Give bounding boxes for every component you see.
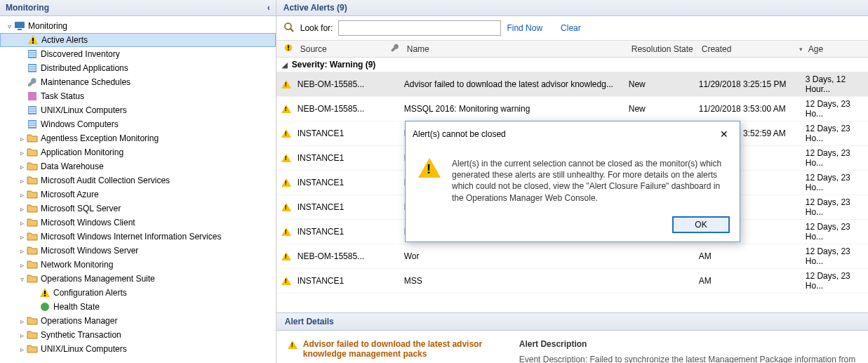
tree-node[interactable]: Windows Computers [0,117,276,131]
twisty-icon[interactable]: ▹ [17,135,27,143]
warning-icon [281,275,292,286]
twisty-icon[interactable]: ▹ [17,317,27,325]
tree-node[interactable]: ▹Microsoft Windows Server [0,244,276,258]
twisty-icon[interactable]: ▹ [17,233,27,241]
warning-icon [281,177,292,188]
tree-node[interactable]: ▹Microsoft Azure [0,187,276,202]
item-icon [27,62,38,74]
tree-node[interactable]: ▹Microsoft Windows Client [0,216,276,230]
header-name[interactable]: Name [404,44,629,54]
folder-icon [27,315,38,326]
header-source[interactable]: Source [298,44,387,54]
tree-node[interactable]: ▹Network Monitoring [0,258,276,272]
svg-rect-11 [29,67,36,69]
tree-label: Microsoft Azure [41,190,99,199]
svg-rect-21 [29,126,36,127]
cell-name: MSSQL 2016: Monitoring warning [404,104,629,114]
twisty-icon[interactable]: ▹ [17,191,27,199]
twisty-icon[interactable]: ▹ [17,331,27,339]
cell-source: INSTANCE1 [298,227,387,237]
cell-age: 12 Days, 23 Ho... [806,99,864,119]
tree-label: Microsoft Windows Server [41,246,138,256]
twisty-icon[interactable]: ▹ [17,163,27,171]
folder-icon [27,259,38,270]
close-icon[interactable]: ✕ [716,126,733,143]
twisty-icon[interactable]: ▹ [17,261,27,269]
tree-label: Microsoft Windows Client [41,218,135,227]
tree-node[interactable]: ▹Application Monitoring [0,145,276,159]
group-twisty-icon[interactable]: ◢ [282,61,292,69]
tree-node[interactable]: Active Alerts [0,33,276,47]
folder-icon [27,217,38,228]
alert-row[interactable]: NEB-OM-15585...MSSQL 2016: Monitoring wa… [276,97,868,121]
twisty-icon[interactable]: ▹ [17,149,27,157]
tree-node[interactable]: ▹UNIX/Linux Computers [0,342,276,356]
twisty-icon[interactable]: ▿ [17,275,27,283]
ok-button[interactable]: OK [672,216,730,233]
folder-icon [27,203,38,214]
tree-node[interactable]: Task Status [0,89,276,103]
header-maint-icon[interactable] [387,43,404,55]
tree-node[interactable]: Distributed Applications [0,61,276,75]
group-severity-warning[interactable]: ◢ Severity: Warning (9) [276,58,868,72]
sort-indicator-icon: ▾ [799,46,803,53]
tree-node[interactable]: ▿Monitoring [0,19,276,33]
twisty-icon[interactable]: ▹ [17,247,27,255]
tree-node[interactable]: ▿Operations Management Suite [0,272,276,286]
alert-row[interactable]: NEB-OM-15585...Advisor failed to downloa… [276,72,868,97]
twisty-icon[interactable]: ▿ [4,22,14,30]
alert-details-title: Alert Details [276,312,868,331]
svg-rect-12 [29,70,36,71]
find-now-link[interactable]: Find Now [507,23,542,33]
tree-label: Synthetic Transaction [41,330,121,340]
header-severity-icon[interactable] [281,43,298,55]
tree-node[interactable]: ▹Operations Manager [0,314,276,328]
cell-source: INSTANCE1 [298,128,387,138]
cell-age: 12 Days, 23 Ho... [806,148,864,168]
cell-created: 11/20/2018 3:53:00 AM [699,104,806,114]
twisty-icon[interactable]: ▹ [17,205,27,213]
alert-row[interactable]: NEB-OM-15585...WorAM12 Days, 23 Ho... [276,244,868,269]
cell-age: 12 Days, 23 Ho... [806,222,864,242]
tree-node[interactable]: ▹Microsoft SQL Server [0,202,276,216]
tree-node[interactable]: ▹Synthetic Transaction [0,328,276,342]
tree-node[interactable]: Configuration Alerts [0,286,276,300]
folder-icon [27,343,38,355]
tree-node[interactable]: Health State [0,300,276,314]
twisty-icon[interactable]: ▹ [17,177,27,185]
tree-node[interactable]: UNIX/Linux Computers [0,103,276,117]
cell-created: AM [699,251,806,261]
tree-node[interactable]: Maintenance Schedules [0,75,276,89]
cell-source: NEB-OM-15585... [298,251,387,261]
cell-source: INSTANCE1 [298,153,387,163]
header-resolution[interactable]: Resolution State [629,44,699,54]
svg-rect-0 [15,22,25,28]
tree-label: Task Status [41,91,84,101]
tree-node[interactable]: ▹Data Warehouse [0,159,276,173]
search-input[interactable] [338,20,501,36]
tree-node[interactable]: Discovered Inventory [0,47,276,61]
folder-icon [27,273,38,284]
grid-header: Source Name Resolution State Created ▾ A… [276,40,868,58]
alert-name: Advisor failed to download the latest ad… [303,339,498,359]
tree-node[interactable]: ▹Microsoft Windows Internet Information … [0,230,276,244]
svg-point-26 [285,23,291,29]
search-icon [283,22,295,35]
collapse-sidebar-icon[interactable]: ‹ [267,3,270,13]
twisty-icon[interactable]: ▹ [17,219,27,227]
header-age[interactable]: Age [806,44,864,54]
tree-label: UNIX/Linux Computers [41,105,127,115]
clear-link[interactable]: Clear [561,23,581,33]
task-icon [27,91,38,102]
twisty-icon[interactable]: ▹ [17,345,27,353]
tree-label: Operations Manager [41,316,117,326]
folder-icon [27,161,38,172]
tree-node[interactable]: ▹Agentless Exception Monitoring [0,131,276,145]
header-created[interactable]: Created ▾ [699,44,806,54]
alert-row[interactable]: INSTANCE1MSSAM12 Days, 23 Ho... [276,269,868,293]
tree-node[interactable]: ▹Microsoft Audit Collection Services [0,173,276,187]
tree-label: Configuration Alerts [53,288,127,298]
sidebar-title: Monitoring [6,3,49,13]
cell-name: Advisor failed to download the latest ad… [404,79,629,89]
cell-age: 12 Days, 23 Ho... [806,197,864,217]
